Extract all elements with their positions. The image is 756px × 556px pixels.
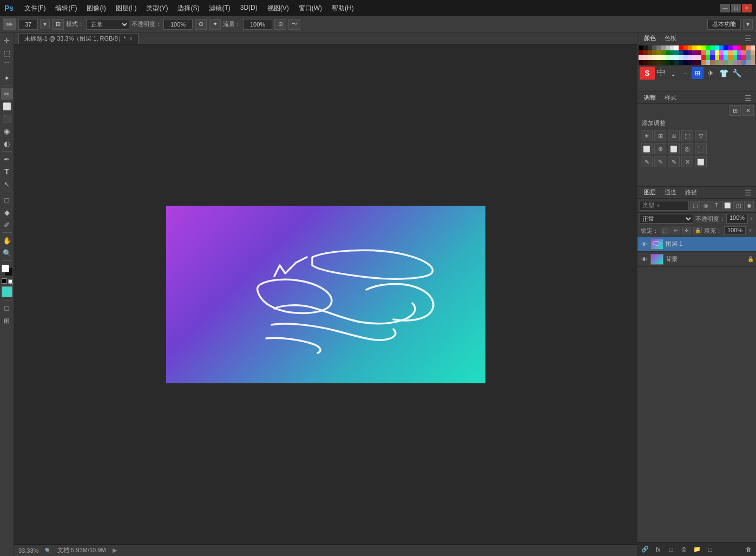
workspace-dropdown[interactable]: ▼ (743, 19, 753, 30)
color-lookup-icon[interactable]: ✎ (641, 156, 653, 167)
layer-filter-adj[interactable]: ◎ (701, 201, 711, 211)
hsl-icon[interactable]: ⬜ (641, 143, 653, 154)
color-tab[interactable]: 颜色 (642, 33, 658, 43)
gradient-map-icon[interactable]: ⬜ (695, 156, 707, 167)
adj-panel-menu[interactable]: ☰ (745, 94, 752, 102)
layer-filter-pixel[interactable]: ⬚ (690, 201, 700, 211)
new-group-button[interactable]: 📁 (692, 545, 702, 554)
layers-panel-menu[interactable]: ☰ (745, 188, 752, 197)
lock-artboard[interactable]: 🔒 (693, 227, 702, 234)
invert-icon[interactable]: ✎ (654, 156, 666, 167)
canvas-tab-item[interactable]: 未标题-1 @ 33.3%（图层 1, RGB/8）* × (18, 33, 139, 44)
adj-icon-1[interactable]: ⊞ (729, 105, 741, 116)
flow-toggle[interactable]: ⊙ (274, 19, 286, 30)
posterize-icon[interactable]: ✎ (668, 156, 680, 167)
hand-tool[interactable]: ✋ (1, 234, 13, 246)
levels-icon[interactable]: ⊞ (654, 130, 666, 141)
menu-window[interactable]: 窗口(W) (294, 3, 326, 14)
quick-mask-mode[interactable] (2, 286, 12, 297)
threshold-icon[interactable]: ✕ (681, 156, 693, 167)
canvas-viewport[interactable] (14, 44, 637, 544)
brightness-contrast-icon[interactable]: ☀ (641, 130, 653, 141)
vibrance-icon[interactable]: ▽ (695, 130, 707, 141)
paths-tab[interactable]: 路径 (683, 187, 699, 198)
dodge-tool[interactable]: ◐ (1, 138, 13, 149)
curves-icon[interactable]: ≋ (668, 130, 680, 141)
channel-mixer-icon[interactable]: ⬛ (695, 143, 707, 154)
exposure-icon[interactable]: ⬚ (681, 130, 693, 141)
select-tool[interactable]: ⬚ (1, 47, 13, 59)
layer-filter-smart[interactable]: ◰ (733, 201, 743, 211)
eraser-tool[interactable]: ⬜ (1, 100, 13, 112)
lasso-tool[interactable]: ⌒ (1, 60, 13, 71)
bw-icon[interactable]: ⬜ (668, 143, 680, 154)
delete-layer-button[interactable]: 🗑 (743, 545, 754, 554)
rect-tool[interactable]: □ (1, 194, 13, 206)
menu-edit[interactable]: 编辑(E) (51, 3, 81, 14)
blend-mode-select[interactable]: 正常 (640, 214, 693, 224)
lock-transparency[interactable]: ⬚ (661, 227, 669, 234)
menu-image[interactable]: 图像(I) (82, 3, 110, 14)
layer-0-visibility[interactable]: 👁 (640, 240, 648, 248)
layer-filter-type[interactable]: T (712, 201, 721, 211)
status-arrow[interactable]: ▶ (113, 547, 117, 554)
menu-type[interactable]: 类型(Y) (142, 3, 172, 14)
swap-colors-icon[interactable]: ↔ (8, 279, 12, 284)
change-screen-mode[interactable]: □ (1, 302, 13, 314)
mode-select[interactable]: 正常 (86, 19, 129, 30)
new-fill-adj-button[interactable]: ◎ (679, 545, 689, 554)
photo-filter-icon[interactable]: ◎ (681, 143, 693, 154)
lock-position[interactable]: ✛ (682, 227, 691, 234)
foreground-background-swatch[interactable] (2, 265, 12, 276)
brush-picker-button[interactable]: ▼ (40, 19, 50, 29)
color-panel-menu[interactable]: ☰ (745, 34, 752, 43)
menu-layer[interactable]: 图层(L) (111, 3, 141, 14)
fill-tool[interactable]: ◆ (1, 206, 13, 218)
magic-wand[interactable]: ✦ (1, 72, 13, 84)
maximize-button[interactable]: □ (731, 4, 741, 12)
move-tool[interactable]: ✛ (1, 35, 13, 47)
layers-filter-type[interactable]: 类型 ▼ (640, 201, 689, 211)
layer-filter-toggle[interactable]: ◉ (744, 201, 754, 211)
swatches-tab[interactable]: 色板 (662, 33, 679, 43)
brush-options-button[interactable]: ⊞ (52, 19, 64, 30)
color-balance-icon[interactable]: ⊛ (654, 143, 666, 154)
layer-item-1[interactable]: 👁 背景 🔒 (637, 252, 756, 267)
menu-filter[interactable]: 滤镜(T) (205, 3, 234, 14)
link-layers-button[interactable]: 🔗 (640, 545, 650, 554)
type-tool[interactable]: T (1, 166, 13, 178)
new-layer-button[interactable]: □ (705, 545, 715, 554)
opacity-value[interactable]: 100% (726, 214, 748, 224)
menu-3d[interactable]: 3D(D) (236, 3, 262, 14)
adj-icon-2[interactable]: ✕ (742, 105, 754, 116)
minimize-button[interactable]: — (720, 4, 730, 12)
extra-tools[interactable]: ⊞ (1, 315, 13, 326)
layer-filter-shape[interactable]: ⬜ (722, 201, 732, 211)
default-colors-icon[interactable] (2, 278, 7, 284)
close-button[interactable]: ✕ (742, 4, 752, 12)
brush-tool[interactable]: ✏ (1, 88, 13, 100)
gradient-tool[interactable]: ⬛ (1, 113, 13, 125)
layers-tab[interactable]: 图层 (642, 187, 658, 198)
airbrush-toggle[interactable]: ✦ (209, 19, 221, 30)
adjustments-tab[interactable]: 调整 (642, 93, 658, 103)
lock-image[interactable]: ✏ (672, 227, 680, 234)
layer-effects-button[interactable]: fx (653, 545, 663, 554)
smoothing-toggle[interactable]: 〜 (288, 19, 300, 30)
menu-select[interactable]: 选择(S) (173, 3, 203, 14)
path-select-tool[interactable]: ↖ (1, 178, 13, 190)
menu-help[interactable]: 帮助(H) (327, 3, 358, 14)
layer-item-0[interactable]: 👁 图层 1 (637, 237, 756, 252)
styles-tab[interactable]: 样式 (662, 93, 679, 103)
layer-1-visibility[interactable]: 👁 (640, 255, 648, 264)
foreground-color[interactable] (2, 265, 9, 272)
menu-view[interactable]: 视图(V) (263, 3, 293, 14)
blur-tool[interactable]: ◉ (1, 125, 13, 137)
eyedropper-tool[interactable]: ✐ (1, 219, 13, 231)
zoom-tool[interactable]: 🔍 (1, 247, 13, 259)
layer-mask-button[interactable]: □ (666, 545, 676, 554)
fill-value[interactable]: 100% (724, 226, 746, 235)
opacity-toggle[interactable]: ⊙ (195, 19, 207, 30)
pen-tool[interactable]: ✒ (1, 153, 13, 165)
menu-file[interactable]: 文件(F) (20, 3, 50, 14)
